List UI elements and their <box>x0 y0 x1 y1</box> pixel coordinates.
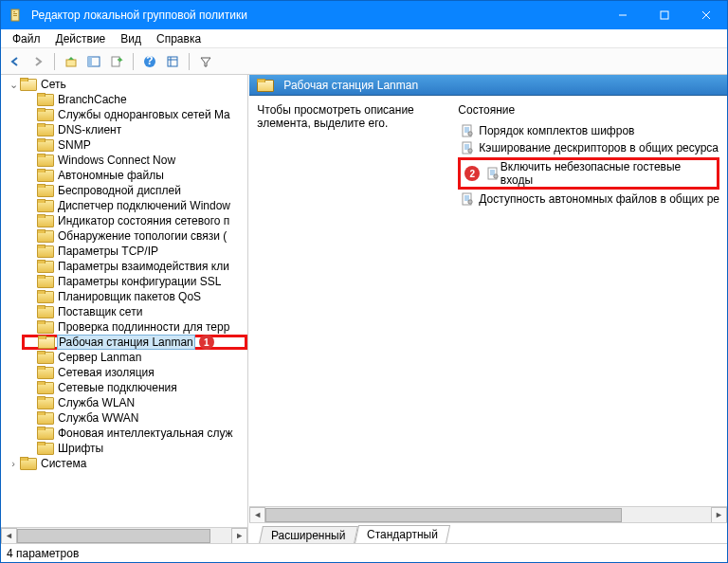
tree-node-label: Сервер Lanman <box>56 351 143 364</box>
tree-node[interactable]: Диспетчер подключений Window <box>24 198 247 213</box>
up-button[interactable] <box>61 51 82 72</box>
tree-node[interactable]: Беспроводной дисплей <box>24 183 247 198</box>
export-button[interactable] <box>106 51 127 72</box>
policy-row[interactable]: Доступность автономных файлов в общих ре <box>458 191 719 208</box>
show-hide-tree-button[interactable] <box>83 51 104 72</box>
tree-node[interactable]: BranchCache <box>24 92 247 107</box>
tree-node[interactable]: Обнаружение топологии связи ( <box>24 228 247 244</box>
scroll-left-icon[interactable]: ◄ <box>249 507 265 523</box>
tree-view[interactable]: ⌄ Сеть BranchCache Службы одноранговых с… <box>1 75 247 527</box>
tree-node[interactable]: Windows Connect Now <box>24 153 247 168</box>
policy-icon <box>485 166 500 181</box>
tree-node[interactable]: Службы одноранговых сетей Ма <box>24 107 247 122</box>
folder-icon <box>37 138 52 152</box>
tree-node[interactable]: Индикатор состояния сетевого п <box>24 213 247 228</box>
body: ⌄ Сеть BranchCache Службы одноранговых с… <box>1 75 727 543</box>
tree-node-label: Параметры конфигурации SSL <box>56 275 223 288</box>
menu-action[interactable]: Действие <box>48 30 114 47</box>
tree-node[interactable]: SNMP <box>24 137 247 153</box>
minimize-button[interactable] <box>602 1 644 29</box>
app-icon <box>9 8 24 23</box>
tree-node-label: Windows Connect Now <box>56 154 177 167</box>
tree-node[interactable]: Параметры взаимодействия кли <box>24 259 247 274</box>
menu-help[interactable]: Справка <box>149 30 209 47</box>
filter-button[interactable] <box>195 51 216 72</box>
tree-node[interactable]: Автономные файлы <box>24 168 247 183</box>
toolbar-separator <box>189 53 190 70</box>
tree-node-root[interactable]: ⌄ Сеть <box>7 77 247 92</box>
policy-row[interactable]: Порядок комплектов шифров <box>458 122 719 139</box>
details-hscrollbar[interactable]: ◄ ► <box>249 506 727 522</box>
scroll-right-icon[interactable]: ► <box>711 507 727 523</box>
svg-point-21 <box>468 132 472 136</box>
svg-rect-1 <box>13 11 15 12</box>
folder-icon <box>37 169 52 182</box>
folder-icon <box>37 320 52 334</box>
tree-node[interactable]: Сетевые подключения <box>24 380 247 395</box>
tree-node-label: Диспетчер подключений Window <box>56 199 232 212</box>
tree-node-label: Службы одноранговых сетей Ма <box>56 108 232 121</box>
scroll-left-icon[interactable]: ◄ <box>1 528 17 544</box>
menu-file[interactable]: Файл <box>5 30 48 47</box>
menu-view[interactable]: Вид <box>113 30 149 47</box>
folder-icon <box>37 260 52 273</box>
folder-icon <box>38 336 53 349</box>
tree-node[interactable]: Параметры TCP/IP <box>24 244 247 259</box>
tab-extended[interactable]: Расширенный <box>259 526 358 543</box>
folder-icon <box>37 366 52 379</box>
details-tabs: Расширенный Стандартный <box>249 522 727 543</box>
tree-node[interactable]: Параметры конфигурации SSL <box>24 274 247 289</box>
tree-node-label: DNS-клиент <box>56 123 123 136</box>
policy-row[interactable]: Кэширование дескрипторов в общих ресурса <box>458 139 719 156</box>
tree-node[interactable]: Фоновая интеллектуальная служ <box>24 426 247 441</box>
scroll-right-icon[interactable]: ► <box>231 528 247 544</box>
tree-node-label: Обнаружение топологии связи ( <box>56 229 228 243</box>
tree-node[interactable]: Шрифты <box>24 441 247 456</box>
tree-node[interactable]: DNS-клиент <box>24 122 247 137</box>
tree-node[interactable]: Сетевая изоляция <box>24 365 247 380</box>
toolbar: ? <box>1 48 727 75</box>
folder-icon <box>37 184 52 197</box>
toolbar-separator <box>54 53 55 70</box>
close-button[interactable] <box>685 1 727 29</box>
svg-rect-10 <box>88 57 92 66</box>
expand-icon[interactable]: › <box>7 458 20 469</box>
folder-icon <box>37 290 52 303</box>
tree-node-label: BranchCache <box>56 93 129 106</box>
tree-node[interactable]: Рабочая станция Lanman 1 <box>22 335 247 350</box>
folder-icon <box>37 396 52 409</box>
policy-icon <box>460 140 475 155</box>
column-state[interactable]: Состояние <box>458 103 719 122</box>
titlebar: Редактор локальной групповой политики <box>1 1 727 29</box>
folder-icon <box>37 108 52 121</box>
folder-icon <box>20 457 35 470</box>
tree-node[interactable]: Поставщик сети <box>24 304 247 319</box>
folder-icon <box>37 381 52 394</box>
folder-icon <box>37 305 52 318</box>
folder-icon <box>20 78 35 91</box>
tree-node[interactable]: Служба WWAN <box>24 410 247 426</box>
maximize-button[interactable] <box>644 1 685 29</box>
tree-node-label: Сетевые подключения <box>56 381 179 394</box>
help-button[interactable]: ? <box>139 51 160 72</box>
policy-label: Включить небезопасные гостевые входы <box>500 160 713 187</box>
properties-button[interactable] <box>162 51 183 72</box>
tree-hscrollbar[interactable]: ◄ ► <box>1 527 247 543</box>
policy-row[interactable]: 2 Включить небезопасные гостевые входы <box>458 157 719 190</box>
forward-button[interactable] <box>27 51 48 72</box>
tab-standard[interactable]: Стандартный <box>355 525 450 543</box>
statusbar: 4 параметров <box>1 543 727 562</box>
collapse-icon[interactable]: ⌄ <box>7 79 20 91</box>
tree-node[interactable]: Планировщик пакетов QoS <box>24 289 247 304</box>
folder-icon <box>37 442 52 455</box>
tree-node[interactable]: › Система <box>7 456 247 471</box>
annotation-badge-1: 1 <box>199 335 214 350</box>
tree-node-label: Автономные файлы <box>56 169 166 182</box>
tree-node[interactable]: Сервер Lanman <box>24 350 247 365</box>
tree-node[interactable]: Служба WLAN <box>24 395 247 410</box>
svg-rect-3 <box>13 15 17 16</box>
tree-node-label: Параметры взаимодействия кли <box>56 260 231 273</box>
details-header: Рабочая станция Lanman <box>249 75 727 96</box>
tree-node[interactable]: Проверка подлинности для терр <box>24 319 247 335</box>
back-button[interactable] <box>5 51 26 72</box>
